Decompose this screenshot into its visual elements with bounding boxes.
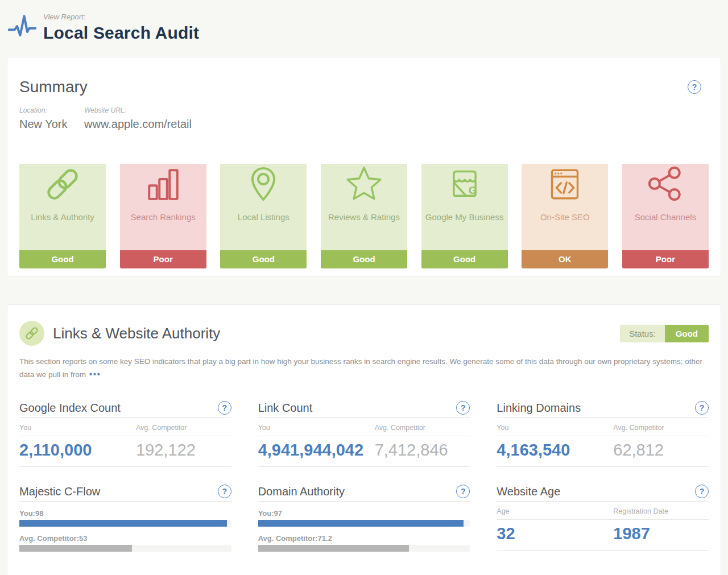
- competitor-bar-track: [258, 545, 470, 552]
- metric-title: Google Index Count: [19, 402, 121, 415]
- age-label: Age: [497, 507, 613, 515]
- card-label: Search Rankings: [120, 212, 206, 222]
- star-icon: [344, 164, 384, 205]
- summary-card-reviews-ratings[interactable]: Reviews & Ratings Good: [321, 151, 407, 268]
- card-label: Links & Authority: [19, 212, 106, 222]
- you-bar-fill: [258, 520, 464, 527]
- code-window-icon: [544, 164, 585, 205]
- competitor-label: Avg. Competitor: [136, 424, 187, 432]
- links-authority-header: Links & Website Authority Status: Good: [19, 321, 709, 346]
- status-badge: Poor: [622, 250, 709, 268]
- map-pin-icon: [243, 164, 284, 205]
- summary-card-local-listings[interactable]: Local Listings Good: [220, 151, 307, 268]
- storefront-icon: G: [444, 164, 485, 205]
- competitor-bar-fill: [258, 545, 409, 552]
- card-body: On-Site SEO: [522, 164, 608, 250]
- section-badge: [19, 321, 44, 346]
- location-label: Location:: [19, 106, 84, 114]
- card-body: Social Channels: [622, 164, 709, 250]
- metric-title: Link Count: [258, 402, 313, 415]
- card-label: Social Channels: [622, 212, 709, 222]
- help-icon[interactable]: ?: [456, 485, 470, 498]
- summary-card-google-my-business[interactable]: G Google My Business Good: [421, 151, 508, 268]
- status-badge: OK: [522, 250, 608, 268]
- card-label: On-Site SEO: [522, 212, 608, 222]
- status-badge: Good: [220, 250, 307, 268]
- link-icon: [24, 325, 40, 341]
- summary-card-on-site-seo[interactable]: On-Site SEO OK: [522, 151, 608, 268]
- status-label: Status:: [620, 325, 665, 342]
- page-header: View Report: Local Search Audit: [0, 0, 728, 57]
- summary-card-links-authority[interactable]: Links & Authority Good: [19, 151, 106, 268]
- card-label: Reviews & Ratings: [321, 212, 407, 222]
- help-icon[interactable]: ?: [695, 485, 709, 498]
- metric-title: Majestic C-Flow: [19, 485, 100, 498]
- competitor-bar-track: [19, 545, 231, 552]
- section-status-pill: Status: Good: [620, 325, 709, 342]
- summary-meta: Location: New York Website URL: www.appl…: [19, 106, 709, 131]
- you-value: 4,163,540: [497, 441, 613, 460]
- view-report-label: View Report:: [43, 13, 199, 21]
- help-icon[interactable]: ?: [218, 401, 231, 415]
- competitor-label: Avg. Competitor: [613, 424, 664, 432]
- you-bar-label: You:98: [19, 509, 231, 518]
- section-description: This section reports on some key SEO ind…: [19, 355, 706, 381]
- metric-title: Linking Domains: [497, 402, 581, 415]
- card-body: Reviews & Ratings: [321, 164, 407, 250]
- card-body: Links & Authority: [19, 164, 106, 250]
- you-bar-label: You:97: [258, 509, 470, 518]
- metric-domain-authority: Domain Authority ? You:97 Avg. Competito…: [258, 482, 470, 552]
- competitor-value: 7,412,846: [375, 441, 448, 460]
- svg-text:G: G: [468, 184, 477, 196]
- section-title: Links & Website Authority: [53, 325, 220, 342]
- expand-ellipsis-link[interactable]: •••: [89, 370, 101, 379]
- registration-date-label: Registration Date: [613, 507, 668, 515]
- status-badge: Poor: [120, 250, 206, 268]
- page-title: Local Search Audit: [43, 23, 199, 43]
- competitor-label: Avg. Competitor: [375, 424, 425, 432]
- status-badge: Good: [19, 250, 106, 268]
- competitor-bar-fill: [19, 545, 132, 552]
- summary-card-social-channels[interactable]: Social Channels Poor: [622, 151, 709, 268]
- card-label: Google My Business: [421, 212, 508, 222]
- metric-title: Domain Authority: [258, 485, 345, 498]
- bar-chart-icon: [143, 164, 184, 205]
- status-badge: Good: [321, 250, 407, 268]
- competitor-bar-label: Avg. Competitor:53: [19, 534, 231, 543]
- metric-majestic-c-flow: Majestic C-Flow ? You:98 Avg. Competitor…: [19, 482, 231, 552]
- age-value: 32: [497, 524, 613, 543]
- website-url-label: Website URL:: [84, 106, 192, 114]
- help-icon[interactable]: ?: [218, 485, 231, 498]
- links-authority-section: Links & Website Authority Status: Good T…: [7, 304, 721, 575]
- location-value: New York: [19, 118, 84, 131]
- pulse-logo-icon: [8, 10, 36, 43]
- summary-help-icon[interactable]: ?: [688, 80, 701, 94]
- summary-card-search-rankings[interactable]: Search Rankings Poor: [120, 151, 206, 268]
- summary-section: ? Summary Location: New York Website URL…: [7, 57, 721, 277]
- competitor-bar-label: Avg. Competitor:71.2: [258, 534, 470, 543]
- you-bar-fill: [19, 520, 227, 527]
- registration-date-value: 1987: [613, 524, 650, 543]
- you-bar-track: [19, 520, 231, 527]
- metric-google-index-count: Google Index Count ? You Avg. Competitor…: [19, 398, 231, 467]
- website-url-value: www.apple.com/retail: [84, 118, 192, 131]
- metric-linking-domains: Linking Domains ? You Avg. Competitor 4,…: [497, 398, 709, 467]
- you-label: You: [258, 424, 375, 432]
- metric-link-count: Link Count ? You Avg. Competitor 4,941,9…: [258, 398, 470, 467]
- summary-title: Summary: [19, 78, 709, 96]
- help-icon[interactable]: ?: [456, 401, 470, 415]
- you-label: You: [19, 424, 136, 432]
- help-icon[interactable]: ?: [695, 401, 709, 415]
- share-icon: [645, 164, 686, 205]
- competitor-value: 62,812: [613, 441, 664, 460]
- status-badge: Good: [421, 250, 508, 268]
- you-bar-track: [258, 520, 470, 527]
- you-label: You: [497, 424, 613, 432]
- card-label: Local Listings: [220, 212, 307, 222]
- card-body: Local Listings: [220, 164, 307, 250]
- summary-cards-row: Links & Authority Good Search Rankings P…: [19, 151, 709, 268]
- metrics-grid: Google Index Count ? You Avg. Competitor…: [19, 398, 709, 552]
- you-value: 4,941,944,042: [258, 441, 375, 460]
- metric-website-age: Website Age ? Age Registration Date 32 1…: [497, 482, 709, 552]
- description-text: This section reports on some key SEO ind…: [19, 357, 702, 379]
